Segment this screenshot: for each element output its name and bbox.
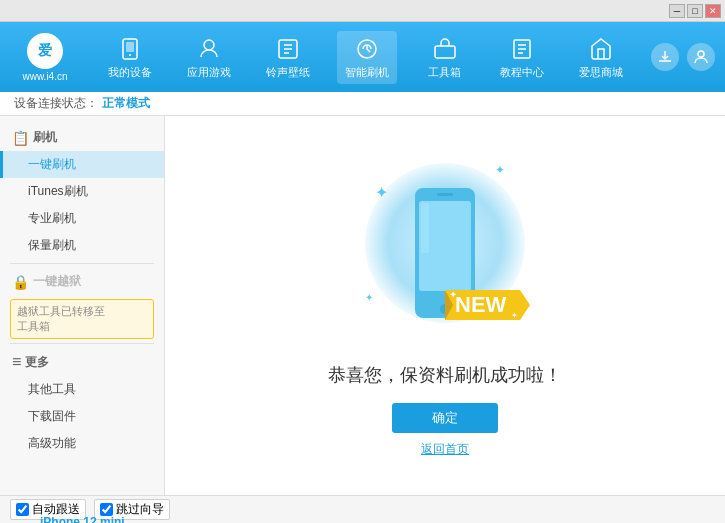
sidebar-flash-header: 📋 刷机 <box>0 124 164 151</box>
go-home-link[interactable]: 返回首页 <box>421 441 469 458</box>
success-message: 恭喜您，保资料刷机成功啦！ <box>328 363 562 387</box>
nav-ringtones[interactable]: 铃声壁纸 <box>258 31 318 84</box>
nav-ringtones-label: 铃声壁纸 <box>266 65 310 80</box>
download-btn[interactable] <box>651 43 679 71</box>
new-badge: NEW ✦ ✦ <box>445 280 535 333</box>
header: 爱 www.i4.cn 我的设备 应用游戏 铃声壁纸 智能刷机 <box>0 22 725 92</box>
sidebar-item-pro-flash[interactable]: 专业刷机 <box>0 205 164 232</box>
sidebar-jailbreak-header: 🔒 一键越狱 <box>0 268 164 295</box>
svg-point-3 <box>204 40 214 50</box>
bottom-section: 自动跟送 跳过向导 iPhone 12 mini 64GB Down-12min… <box>0 495 725 523</box>
sidebar-item-advanced[interactable]: 高级功能 <box>0 430 164 457</box>
device-info: iPhone 12 mini 64GB Down-12mini-13.1 <box>40 514 129 523</box>
tutorials-icon <box>508 35 536 63</box>
nav-store[interactable]: 爱思商城 <box>571 31 631 84</box>
sidebar-divider-1 <box>10 263 154 264</box>
nav-apps-games[interactable]: 应用游戏 <box>179 31 239 84</box>
nav-store-label: 爱思商城 <box>579 65 623 80</box>
svg-text:✦: ✦ <box>449 289 457 300</box>
svg-point-1 <box>129 54 131 56</box>
sidebar-item-itunes-flash[interactable]: iTunes刷机 <box>0 178 164 205</box>
store-icon <box>587 35 615 63</box>
apps-games-icon <box>195 35 223 63</box>
sidebar-flash-label: 刷机 <box>33 129 57 146</box>
more-section-icon: ≡ <box>12 353 21 371</box>
sidebar-more-section: ≡ 更多 其他工具 下载固件 高级功能 <box>0 348 164 457</box>
sparkle-icon-bl: ✦ <box>365 292 373 303</box>
svg-rect-2 <box>126 42 134 52</box>
ringtones-icon <box>274 35 302 63</box>
sidebar-jailbreak-section: 🔒 一键越狱 越狱工具已转移至工具箱 <box>0 268 164 339</box>
sidebar-jailbreak-label: 一键越狱 <box>33 273 81 290</box>
svg-rect-13 <box>421 203 429 253</box>
sidebar-more-label: 更多 <box>25 354 49 371</box>
device-name: iPhone 12 mini <box>40 514 129 523</box>
lock-icon: 🔒 <box>12 274 29 290</box>
svg-point-8 <box>698 51 704 57</box>
sparkle-icon-tl: ✦ <box>375 183 388 202</box>
svg-rect-12 <box>437 193 453 196</box>
flash-section-icon: 📋 <box>12 130 29 146</box>
logo-url: www.i4.cn <box>22 71 67 82</box>
sidebar-item-other-tools[interactable]: 其他工具 <box>0 376 164 403</box>
minimize-btn[interactable]: ─ <box>669 4 685 18</box>
logo-icon: 爱 <box>27 33 63 69</box>
close-btn[interactable]: ✕ <box>705 4 721 18</box>
svg-rect-6 <box>435 46 455 58</box>
status-value: 正常模式 <box>102 95 150 112</box>
smart-flash-icon <box>353 35 381 63</box>
toolbox-icon <box>431 35 459 63</box>
sidebar-item-one-key-flash[interactable]: 一键刷机 <box>0 151 164 178</box>
nav-toolbox-label: 工具箱 <box>428 65 461 80</box>
logo-area[interactable]: 爱 www.i4.cn <box>10 33 80 82</box>
svg-text:NEW: NEW <box>455 292 507 317</box>
sparkle-icon-tr: ✦ <box>495 163 505 177</box>
phone-container: ✦ ✦ ✦ <box>365 153 525 353</box>
svg-text:✦: ✦ <box>511 311 518 320</box>
sidebar-more-header: ≡ 更多 <box>0 348 164 376</box>
nav-my-device[interactable]: 我的设备 <box>100 31 160 84</box>
sidebar-divider-2 <box>10 343 154 344</box>
status-label: 设备连接状态： <box>14 95 98 112</box>
status-bar: 设备连接状态： 正常模式 <box>0 92 725 116</box>
title-bar: ─ □ ✕ <box>0 0 725 22</box>
sidebar-jailbreak-warning: 越狱工具已转移至工具箱 <box>10 299 154 339</box>
nav-apps-games-label: 应用游戏 <box>187 65 231 80</box>
nav-tutorials[interactable]: 教程中心 <box>492 31 552 84</box>
user-btn[interactable] <box>687 43 715 71</box>
success-illustration: ✦ ✦ ✦ <box>328 153 562 458</box>
sidebar-flash-section: 📋 刷机 一键刷机 iTunes刷机 专业刷机 保量刷机 <box>0 124 164 259</box>
nav-bar: 我的设备 应用游戏 铃声壁纸 智能刷机 工具箱 <box>90 31 641 84</box>
content-area: ✦ ✦ ✦ <box>165 116 725 495</box>
maximize-btn[interactable]: □ <box>687 4 703 18</box>
header-right-actions <box>651 43 715 71</box>
sidebar-item-save-flash[interactable]: 保量刷机 <box>0 232 164 259</box>
nav-my-device-label: 我的设备 <box>108 65 152 80</box>
sidebar-item-download-firmware[interactable]: 下载固件 <box>0 403 164 430</box>
nav-toolbox[interactable]: 工具箱 <box>417 31 473 84</box>
nav-smart-flash[interactable]: 智能刷机 <box>337 31 397 84</box>
confirm-button[interactable]: 确定 <box>392 403 498 433</box>
sidebar: 📋 刷机 一键刷机 iTunes刷机 专业刷机 保量刷机 🔒 一键越狱 <box>0 116 165 495</box>
main-container: 📋 刷机 一键刷机 iTunes刷机 专业刷机 保量刷机 🔒 一键越狱 <box>0 116 725 495</box>
nav-smart-flash-label: 智能刷机 <box>345 65 389 80</box>
my-device-icon <box>116 35 144 63</box>
nav-tutorials-label: 教程中心 <box>500 65 544 80</box>
